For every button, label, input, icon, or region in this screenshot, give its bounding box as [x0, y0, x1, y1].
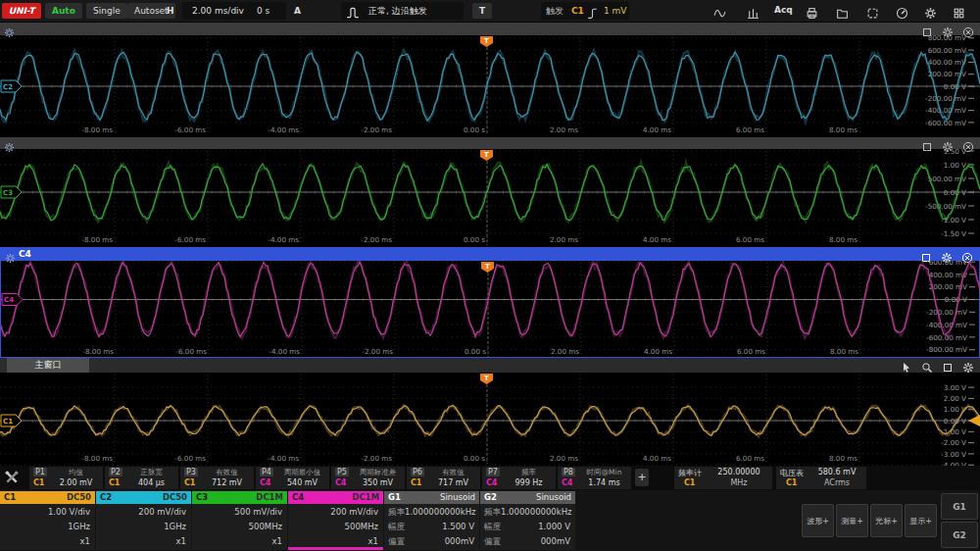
apps-icon[interactable]: [953, 5, 966, 19]
add-measurement-button[interactable]: +: [635, 469, 649, 486]
svg-text:C4: C4: [4, 296, 14, 304]
measurement-p6[interactable]: P6C1有效值717 mV: [407, 467, 480, 489]
svg-text:0.00 s: 0.00 s: [464, 125, 485, 134]
measurement-id: P8: [562, 468, 575, 476]
gear-icon[interactable]: [942, 24, 954, 35]
svg-text:-200.00 mV: -200.00 mV: [926, 308, 967, 317]
single-button[interactable]: Single: [86, 3, 127, 19]
restore-icon[interactable]: [942, 359, 954, 371]
svg-text:400.00 mV: 400.00 mV: [928, 58, 966, 67]
run-mode-button[interactable]: Auto: [45, 3, 82, 19]
folder-icon[interactable]: [836, 5, 850, 19]
svg-text:-4.00 ms: -4.00 ms: [269, 347, 300, 356]
svg-text:8.00 ms: 8.00 ms: [830, 347, 858, 356]
measurement-p1[interactable]: P1C1均值2.00 mV: [29, 467, 103, 489]
dvm-channel: C1: [786, 478, 797, 487]
side-button-3[interactable]: 光标+: [870, 504, 903, 537]
measurement-p5[interactable]: P5C4周期标准差350 mV: [331, 467, 405, 489]
timebase-value[interactable]: 2.00 ms/div: [192, 3, 244, 19]
channel-marker-c2[interactable]: C2: [1, 80, 22, 92]
gear-icon[interactable]: [924, 5, 938, 19]
generator-header: G2Sinusoid: [480, 491, 575, 504]
svg-text:-8.00 ms: -8.00 ms: [81, 125, 113, 134]
gear-icon[interactable]: [962, 359, 974, 371]
trigger-position-flag[interactable]: T: [480, 150, 493, 161]
close-icon[interactable]: [961, 249, 973, 261]
channel-setting: 200 mV/div: [100, 505, 186, 520]
side-button-4[interactable]: 显示+: [905, 504, 937, 537]
printer-icon[interactable]: [806, 5, 819, 19]
svg-text:1.00 V: 1.00 V: [944, 161, 966, 170]
trigger-level-value[interactable]: 1 mV: [604, 3, 627, 19]
channel-block-c3[interactable]: C3DC1M500 mV/div500MHzx1: [192, 491, 287, 550]
brand-logo: UNI-T: [2, 3, 41, 19]
measurement-id: P6: [411, 468, 424, 476]
frequency-counter[interactable]: 频率计C1250.00000MHz: [674, 467, 772, 489]
histogram-icon[interactable]: [747, 5, 760, 19]
svg-text:-400.00 mV: -400.00 mV: [925, 106, 966, 115]
generator-block-g2[interactable]: G2Sinusoid频率1.000000000kHz幅度1.000 V偏置000…: [480, 491, 575, 550]
frame-icon[interactable]: [866, 5, 880, 19]
measurement-p4[interactable]: P4C4周期最小值540 mV: [256, 467, 329, 489]
trigger-level-marker[interactable]: [968, 415, 980, 426]
horizontal-offset-value[interactable]: 0 s: [257, 3, 270, 19]
side-button-2[interactable]: 测量+: [836, 504, 868, 537]
measurement-channel: C1: [184, 478, 195, 487]
dvm[interactable]: 电压表C1580.6 mVACrms: [776, 467, 866, 489]
waveform-plot-c2: 800.00 mV600.00 mV400.00 mV200.00 mV0.00…: [0, 35, 980, 137]
svg-text:4.00 ms: 4.00 ms: [643, 235, 671, 244]
main-window-tab[interactable]: 主窗口: [7, 358, 89, 373]
svg-text:-4.00 ms: -4.00 ms: [268, 454, 299, 463]
dvm-unit: ACrms: [809, 478, 864, 487]
channel-marker-c4[interactable]: C4: [2, 294, 23, 306]
measurement-p7[interactable]: P7C4频率999 Hz: [482, 467, 556, 489]
restore-icon[interactable]: [921, 24, 933, 35]
measurement-bar: P1C1均值2.00 mVP2C1正脉宽404 µsP3C1有效值712 mVP…: [0, 466, 980, 490]
waveform-plot-c1: 3.00 V2.00 V1.00 V0.00 V-1.00 V-2.00 V-3…: [0, 373, 980, 466]
waveform-plot-c3: 1.50 V1.00 V500.00 mV0.00 V-500.00 mV-1.…: [0, 149, 980, 247]
side-button-1[interactable]: 波形+: [802, 504, 834, 537]
channel-marker-c3[interactable]: C3: [1, 186, 22, 198]
channel-block-c4[interactable]: C4DC1M200 mV/div500MHzx1: [288, 491, 383, 550]
generator-button-g2[interactable]: G2: [941, 522, 978, 548]
restore-icon[interactable]: [920, 249, 932, 261]
generator-button-g1[interactable]: G1: [941, 493, 978, 520]
waveform-panel-c4: C4600.00 mV400.00 mV200.00 mV0.00 V-200.…: [0, 247, 980, 358]
svg-text:2.00 ms: 2.00 ms: [550, 235, 578, 244]
trigger-position-flag[interactable]: T: [480, 374, 493, 384]
channel-header: C3DC1M: [192, 491, 287, 504]
channel-block-c2[interactable]: C2DC50200 mV/div1GHzx1: [96, 491, 191, 550]
measurement-p2[interactable]: P2C1正脉宽404 µs: [105, 467, 178, 489]
measurement-channel: C1: [33, 478, 44, 487]
trigger-position-flag[interactable]: T: [480, 36, 493, 47]
compass-icon[interactable]: [896, 5, 909, 19]
measurement-p3[interactable]: P3C1有效值712 mV: [180, 467, 254, 489]
acq-icon[interactable]: Acq: [774, 5, 788, 19]
trigger-position-flag[interactable]: T: [481, 262, 494, 273]
channel-block-c1[interactable]: C1DC501.00 V/div1GHzx1: [0, 491, 95, 550]
svg-text:8.00 ms: 8.00 ms: [829, 235, 858, 244]
close-icon[interactable]: [962, 24, 974, 35]
waveform-display-icon[interactable]: [713, 5, 727, 19]
channel-setting: 1GHz: [100, 520, 186, 534]
svg-text:0.00 s: 0.00 s: [464, 235, 485, 244]
measure-tools-icon[interactable]: [4, 470, 25, 487]
trigger-source[interactable]: C1: [571, 3, 584, 19]
gear-icon[interactable]: [941, 249, 953, 261]
svg-text:-6.00 ms: -6.00 ms: [175, 347, 207, 356]
acquire-label: A: [294, 3, 301, 19]
svg-text:0.00 s: 0.00 s: [465, 347, 486, 356]
generator-setting: 偏置000mV: [388, 534, 474, 549]
generator-block-g1[interactable]: G1Sinusoid频率1.000000000kHz幅度1.500 V偏置000…: [384, 491, 479, 550]
measurement-p8[interactable]: P8C4时间@Min1.74 ms: [558, 467, 631, 489]
dvm-label: 电压表: [780, 468, 804, 478]
magnifier-icon[interactable]: [921, 359, 933, 371]
svg-text:T: T: [484, 151, 489, 159]
waveform-panel-c3: 1.50 V1.00 V500.00 mV0.00 V-500.00 mV-1.…: [0, 137, 980, 247]
svg-text:2.00 V: 2.00 V: [944, 394, 966, 403]
measurement-id: P1: [33, 468, 47, 476]
trigger-menu-label[interactable]: 触发: [546, 3, 564, 19]
waveform-panel-c2: 800.00 mV600.00 mV400.00 mV200.00 mV0.00…: [0, 23, 980, 137]
svg-text:C3: C3: [3, 189, 13, 197]
pointer-icon[interactable]: [901, 359, 912, 371]
